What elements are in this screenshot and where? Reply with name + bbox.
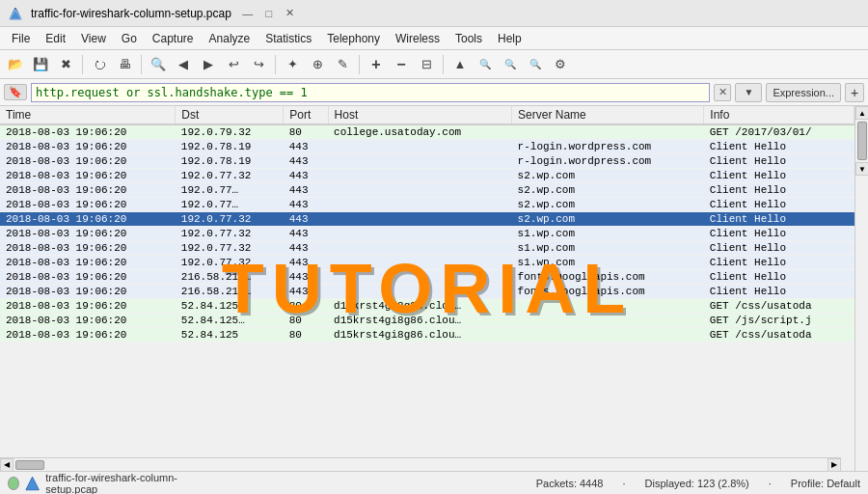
scroll-up-button[interactable]: ▲ [855,106,868,120]
table-row[interactable]: 2018-08-03 19:06:20192.0.78.19443r-login… [0,154,854,169]
title-bar-icon [8,6,23,21]
col-info[interactable]: Info [704,106,854,124]
table-row[interactable]: 2018-08-03 19:06:20192.0.77.32443s2.wp.c… [0,212,854,227]
col-server-name[interactable]: Server Name [512,106,704,124]
toolbar-open[interactable]: 📂 [4,53,27,76]
toolbar-zoom-reset[interactable]: ⊟ [415,53,438,76]
menu-item-go[interactable]: Go [114,30,145,47]
menu-item-view[interactable]: View [73,30,114,47]
dst-cell: 192.0.77.32 [176,241,284,256]
toolbar-prev[interactable]: ◀ [172,53,195,76]
server-name-cell: s1.wp.com [512,241,704,256]
toolbar-close[interactable]: ✖ [54,53,77,76]
packet-list-container: Time Dst Port Host Server Name Info 2018… [0,106,854,471]
menu-item-tools[interactable]: Tools [448,30,490,47]
toolbar-find[interactable]: 🔍 [147,53,170,76]
toolbar-back[interactable]: ↩ [222,53,245,76]
add-filter-button[interactable]: + [845,83,864,102]
table-row[interactable]: 2018-08-03 19:06:20192.0.78.19443r-login… [0,140,854,154]
wireshark-status-icon [25,475,40,492]
dst-cell: 52.84.125… [176,299,284,314]
toolbar-zoom-auto[interactable]: ⊕ [306,53,329,76]
toolbar-find3[interactable]: 🔍 [499,53,522,76]
packet-table-wrapper: Time Dst Port Host Server Name Info 2018… [0,106,854,471]
menu-item-edit[interactable]: Edit [38,30,73,47]
dst-cell: 192.0.78.19 [176,140,284,154]
table-row[interactable]: 2018-08-03 19:06:2052.84.125…80d15krst4g… [0,299,854,314]
scroll-left-button[interactable]: ◀ [0,458,14,472]
menu-item-file[interactable]: File [4,30,38,47]
close-button[interactable]: ✕ [282,5,299,22]
menu-item-capture[interactable]: Capture [145,30,202,47]
table-row[interactable]: 2018-08-03 19:06:2052.84.12580d15krst4gi… [0,328,854,343]
server-name-cell: s2.wp.com [512,198,704,212]
time-cell: 2018-08-03 19:06:20 [0,241,176,256]
scroll-thumb-horizontal[interactable] [15,460,44,470]
maximize-button[interactable]: □ [260,5,278,22]
toolbar-zoom-in[interactable]: + [365,53,388,76]
toolbar-sep-4 [359,55,360,74]
toolbar-colorize[interactable]: ✦ [281,53,304,76]
host-cell [328,154,512,169]
col-dst[interactable]: Dst [176,106,284,124]
minimize-button[interactable]: — [239,5,257,22]
toolbar-sep-2 [141,55,142,74]
toolbar-edit[interactable]: ✎ [331,53,354,76]
time-cell: 2018-08-03 19:06:20 [0,183,176,198]
expression-button[interactable]: Expression... [766,83,841,102]
menu-item-analyze[interactable]: Analyze [202,30,258,47]
menu-item-help[interactable]: Help [490,30,529,47]
table-row[interactable]: 2018-08-03 19:06:20192.0.77…443s2.wp.com… [0,183,854,198]
toolbar-save[interactable]: 💾 [29,53,52,76]
toolbar-forward[interactable]: ↪ [247,53,270,76]
filter-clear-button[interactable]: ✕ [714,84,731,101]
table-row[interactable]: 2018-08-03 19:06:20192.0.79.3280college.… [0,124,854,140]
toolbar-find2[interactable]: 🔍 [474,53,497,76]
col-host[interactable]: Host [328,106,512,124]
table-row[interactable]: 2018-08-03 19:06:2052.84.125…80d15krst4g… [0,314,854,328]
toolbar-settings[interactable]: ⚙ [549,53,572,76]
filter-input[interactable] [31,83,710,102]
status-right: Packets: 4448 · Displayed: 123 (2.8%) · … [201,478,860,489]
toolbar-print[interactable]: 🖶 [113,53,136,76]
info-cell: Client Hello [704,212,854,227]
toolbar-zoom-out[interactable]: − [390,53,413,76]
menu-item-wireless[interactable]: Wireless [388,30,448,47]
table-row[interactable]: 2018-08-03 19:06:20192.0.77.32443s1.wp.c… [0,241,854,256]
table-row[interactable]: 2018-08-03 19:06:20192.0.77.32443s1.wp.c… [0,227,854,241]
toolbar-next[interactable]: ▶ [197,53,220,76]
time-cell: 2018-08-03 19:06:20 [0,169,176,183]
title-bar: traffic-for-wireshark-column-setup.pcap … [0,0,868,27]
col-port[interactable]: Port [284,106,328,124]
scroll-down-button[interactable]: ▼ [855,162,868,176]
menu-item-telephony[interactable]: Telephony [319,30,388,47]
scroll-right-button[interactable]: ▶ [827,458,841,472]
packet-tbody: 2018-08-03 19:06:20192.0.79.3280college.… [0,124,854,343]
dst-cell: 192.0.77.32 [176,227,284,241]
table-row[interactable]: 2018-08-03 19:06:20192.0.77.32443s2.wp.c… [0,169,854,183]
host-cell: d15krst4gi8g86.clou… [328,328,512,343]
scroll-thumb-vertical[interactable] [857,122,867,160]
toolbar-sep-5 [443,55,444,74]
port-cell: 443 [284,227,328,241]
toolbar-reload[interactable]: ⭮ [88,53,111,76]
col-time[interactable]: Time [0,106,176,124]
time-cell: 2018-08-03 19:06:20 [0,256,176,270]
table-row[interactable]: 2018-08-03 19:06:20192.0.77.32443s1.wp.c… [0,256,854,270]
toolbar-find4[interactable]: 🔍 [524,53,547,76]
status-filename: traffic-for-wireshark-column-setup.pcap [45,472,201,495]
filter-dropdown-button[interactable]: ▼ [735,83,762,102]
table-row[interactable]: 2018-08-03 19:06:20216.58.218…443fonts.g… [0,285,854,299]
toolbar-capture-start[interactable]: ▲ [448,53,472,76]
scrollbar-horizontal[interactable]: ◀ ▶ [0,457,841,471]
menu-item-statistics[interactable]: Statistics [258,30,319,47]
table-header-row: Time Dst Port Host Server Name Info [0,106,854,124]
server-name-cell: fonts.googleapis.com [512,270,704,285]
time-cell: 2018-08-03 19:06:20 [0,154,176,169]
filter-bookmark-icon: 🔖 [4,84,27,100]
table-row[interactable]: 2018-08-03 19:06:20192.0.77…443s2.wp.com… [0,198,854,212]
table-row[interactable]: 2018-08-03 19:06:20216.58.218…443fonts.g… [0,270,854,285]
scrollbar-vertical[interactable]: ▲ ▼ [854,106,868,471]
info-cell: GET /css/usatoda [704,299,854,314]
dst-cell: 52.84.125 [176,328,284,343]
